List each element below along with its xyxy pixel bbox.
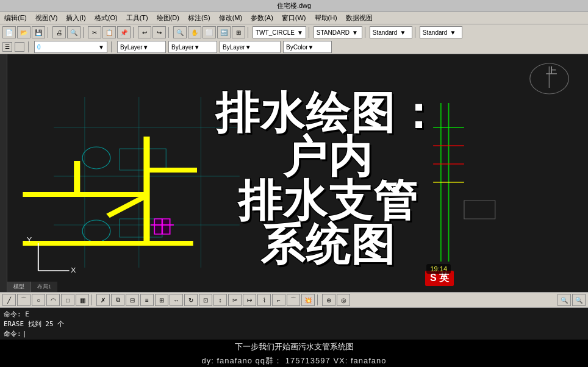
command-line-2: ERASE 找到 25 个 [4, 319, 584, 329]
svg-rect-9 [120, 149, 166, 170]
color-icon[interactable]: ▼ [143, 44, 149, 51]
bylayer-lineweight-label: ByLayer [223, 44, 245, 51]
cad-canvas[interactable]: [+][俯视图]二维线框图 [7, 54, 588, 292]
copy-button[interactable]: 📋 [102, 26, 116, 38]
modify-offset-btn[interactable]: ≡ [140, 294, 154, 306]
draw-line-btn[interactable]: ╱ [2, 294, 16, 306]
layer-dropdown-1[interactable]: Standard ▼ [370, 26, 412, 38]
modify-move-btn[interactable]: ↔ [170, 294, 183, 306]
modify-fillet-btn[interactable]: ⌒ [287, 294, 300, 306]
menu-item-dimension[interactable]: 标注(S) [186, 13, 212, 23]
modify-copy-btn[interactable]: ⧉ [111, 294, 124, 306]
menu-item-param[interactable]: 参数(A) [249, 13, 275, 23]
draw-rect-btn[interactable]: □ [61, 294, 74, 306]
menu-item-data[interactable]: 数据视图 [344, 13, 375, 23]
bycolor-label: ByColor [286, 44, 308, 51]
bylayer-linetype-label: ByLayer [171, 44, 194, 51]
draw-hatch-btn[interactable]: ▦ [76, 294, 89, 306]
layer2-icon[interactable]: ▼ [450, 29, 456, 36]
sep8 [415, 27, 417, 38]
zoom-realtime[interactable]: 🔍 [173, 26, 187, 38]
layout1-tab[interactable]: 布局1 [31, 282, 57, 292]
print-preview-button[interactable]: 🔍 [67, 26, 81, 38]
print-button[interactable]: 🖨 [52, 26, 66, 38]
cad-area[interactable]: [+][俯视图]二维线框图 [0, 54, 588, 292]
zoom-extents[interactable]: ⊞ [232, 26, 245, 38]
zoom-prev[interactable]: 🔙 [217, 26, 231, 38]
modify-rotate-btn[interactable]: ↻ [184, 294, 198, 306]
layer-name-dropdown[interactable]: 0 ▼ [34, 41, 107, 53]
view-tab: [+][俯视图]二维线框图 [9, 55, 66, 65]
modify-array-btn[interactable]: ⊞ [155, 294, 168, 306]
sep1 [48, 27, 50, 38]
menu-item-help[interactable]: 帮助(H) [313, 13, 339, 23]
menu-item-edit[interactable]: 编辑(E) [2, 13, 29, 23]
modify-mirror-btn[interactable]: ⊟ [126, 294, 139, 306]
menu-item-insert[interactable]: 插入(I) [64, 13, 87, 23]
circle-tool-dropdown[interactable]: TWT_CIRCLE ▼ [253, 26, 306, 38]
toolbar-row-2: ☰ 0 ▼ ByLayer ▼ ByLayer ▼ ByLayer ▼ ByCo… [0, 40, 588, 54]
svg-line-15 [108, 196, 146, 216]
modify-trim-btn[interactable]: ✂ [228, 294, 242, 306]
modify-extend-btn[interactable]: ↦ [243, 294, 256, 306]
style-dropdown[interactable]: STANDARD ▼ [314, 26, 362, 38]
left-panel [0, 54, 7, 292]
lineweight-icon[interactable]: ▼ [245, 44, 251, 51]
zoom-out-btn[interactable]: 🔍 [572, 294, 586, 306]
svg-text:上: 上 [546, 66, 558, 76]
menu-item-modify[interactable]: 修改(M) [217, 13, 245, 23]
modify-erase-btn[interactable]: ✗ [96, 294, 110, 306]
zoom-window[interactable]: ⬜ [203, 26, 216, 38]
command-input-line[interactable]: 命令: | [4, 329, 584, 338]
zoom-in-btn[interactable]: 🔍 [558, 294, 571, 306]
menu-item-view[interactable]: 视图(V) [34, 13, 60, 23]
layer-state-btn[interactable] [15, 42, 24, 52]
modify-break-btn[interactable]: ⌇ [257, 294, 271, 306]
draw-arc-btn[interactable]: ◠ [46, 294, 60, 306]
color-dropdown[interactable]: ByLayer ▼ [117, 41, 166, 53]
menu-item-draw[interactable]: 绘图(D) [155, 13, 181, 23]
overlay-line1: 排水绘图： [68, 91, 588, 135]
layer-panel-btn[interactable]: ☰ [2, 42, 12, 52]
undo-button[interactable]: ↩ [138, 26, 151, 38]
cut-button[interactable]: ✂ [88, 26, 101, 38]
linetype-dropdown[interactable]: ByLayer ▼ [168, 41, 217, 53]
sep9 [28, 41, 30, 52]
style-label: STANDARD [317, 29, 350, 36]
new-button[interactable]: 📄 [2, 26, 16, 38]
cursor-blink: | [23, 330, 27, 338]
save-button[interactable]: 💾 [32, 26, 45, 38]
menu-item-format[interactable]: 格式(O) [93, 13, 120, 23]
lineweight-dropdown[interactable]: ByLayer ▼ [220, 41, 281, 53]
linetype-icon[interactable]: ▼ [194, 44, 200, 51]
toolbar-area: 📄 📂 💾 🖨 🔍 ✂ 📋 📌 ↩ ↪ 🔍 ✋ ⬜ 🔙 ⊞ TWT_CIRCLE… [0, 24, 588, 54]
dropdown-arrow-icon[interactable]: ▼ [297, 29, 303, 36]
modify-explode-btn[interactable]: 💥 [301, 294, 315, 306]
layer-dropdown-2[interactable]: Standard ▼ [420, 26, 462, 38]
paste-button[interactable]: 📌 [117, 26, 131, 38]
pan-button[interactable]: ✋ [188, 26, 201, 38]
layer-name-icon[interactable]: ▼ [98, 44, 104, 51]
draw-pline-btn[interactable]: ⌒ [17, 294, 30, 306]
menu-item-tools[interactable]: 工具(T) [124, 13, 150, 23]
snap-btn[interactable]: ⊕ [322, 294, 335, 306]
title-bar: 住宅楼.dwg [0, 0, 588, 12]
modify-chamfer-btn[interactable]: ⌐ [272, 294, 285, 306]
style-dropdown-icon[interactable]: ▼ [352, 29, 358, 36]
draw-circle-btn[interactable]: ○ [32, 294, 45, 306]
svg-point-8 [82, 220, 110, 242]
open-button[interactable]: 📂 [17, 26, 30, 38]
modify-stretch-btn[interactable]: ↕ [213, 294, 227, 306]
svg-rect-10 [120, 219, 162, 237]
menu-bar: 编辑(E) 视图(V) 插入(I) 格式(O) 工具(T) 绘图(D) 标注(S… [0, 12, 588, 24]
model-tab[interactable]: 模型 [7, 282, 31, 292]
plotstyle-icon[interactable]: ▼ [308, 44, 314, 51]
svg-point-7 [82, 147, 110, 169]
layer1-icon[interactable]: ▼ [400, 29, 406, 36]
circle-tool-label: TWT_CIRCLE [256, 29, 295, 36]
redo-button[interactable]: ↪ [152, 26, 166, 38]
modify-scale-btn[interactable]: ⊡ [199, 294, 212, 306]
osnap-btn[interactable]: ◎ [337, 294, 350, 306]
plotstyle-dropdown[interactable]: ByColor ▼ [283, 41, 332, 53]
menu-item-window[interactable]: 窗口(W) [280, 13, 308, 23]
